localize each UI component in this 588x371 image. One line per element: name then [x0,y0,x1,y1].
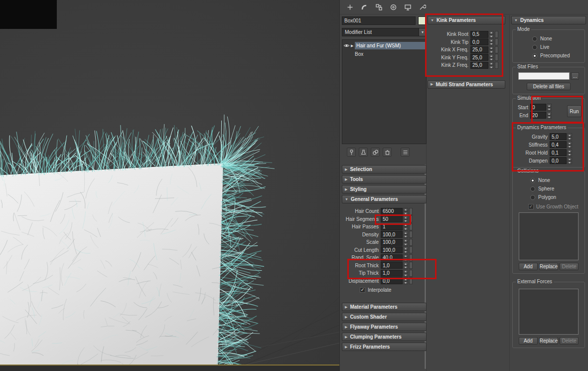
kink-y-freq-field[interactable]: 25,0 [470,54,488,61]
tip-thick-field[interactable]: 1,0 [381,270,403,277]
utilities-tab-icon[interactable] [417,2,428,12]
spinner[interactable] [489,38,494,45]
remove-modifier-button[interactable] [383,148,392,157]
spinner[interactable] [489,54,494,61]
motion-tab-icon[interactable] [388,2,399,12]
radio-selected-icon[interactable] [530,178,535,183]
rollout-flyaway-parameters[interactable]: ▶ Flyaway Parameters [342,323,427,331]
radio-icon[interactable] [532,45,537,50]
spinner[interactable] [403,277,408,284]
density-field[interactable]: 100,0 [381,231,403,238]
param-extra-button[interactable] [409,254,413,261]
spinner[interactable] [567,133,572,140]
root-hold-field[interactable]: 0,1 [550,149,567,156]
param-extra-button[interactable] [409,270,413,277]
collisions-replace-button[interactable]: Replace [539,263,559,270]
radio-selected-icon[interactable] [532,53,537,58]
rollout-tools[interactable]: ▶ Tools [342,175,427,184]
interpolate-checkbox[interactable]: ✓ [360,287,365,293]
param-extra-button[interactable] [409,231,413,238]
create-tab-icon[interactable] [344,2,355,12]
spinner[interactable] [489,62,494,69]
use-growth-object-checkbox[interactable]: ✓ [528,204,534,209]
visibility-eye-icon[interactable] [342,43,351,48]
collisions-radio-none[interactable]: None [515,176,582,185]
browse-button[interactable]: ... [571,72,579,80]
modifier-stack-item-box[interactable]: Box [342,50,426,58]
root-thick-field[interactable]: 1,0 [381,262,403,269]
object-color-swatch[interactable] [418,16,427,25]
rollout-material-parameters[interactable]: ▶ Material Parameters [342,303,427,311]
rollout-general-parameters[interactable]: ▼ General Parameters [342,195,427,203]
show-end-result-button[interactable] [359,148,368,157]
rollout-styling[interactable]: ▶ Styling [342,185,427,193]
gravity-field[interactable]: 5,0 [550,133,567,140]
rollout-kink-parameters[interactable]: ▼ Kink Parameters [428,16,505,24]
rollout-dynamics[interactable]: ▼ Dynamics [511,16,586,24]
param-extra-button[interactable] [409,262,413,269]
param-extra-button[interactable] [495,54,498,61]
modifier-list-dropdown[interactable]: Modifier List ▼ [342,28,427,36]
spinner[interactable] [547,112,552,119]
sim-end-field[interactable]: 20 [530,112,546,119]
spinner[interactable] [489,31,494,38]
hierarchy-tab-icon[interactable] [373,2,384,12]
pin-stack-button[interactable] [347,148,356,157]
radio-icon[interactable] [530,186,535,191]
param-extra-button[interactable] [409,246,413,253]
dampen-field[interactable]: 0,0 [550,157,567,164]
expand-arrow-icon[interactable]: ▶ [351,44,355,48]
spinner[interactable] [567,141,572,148]
spinner[interactable] [403,270,408,277]
object-name-field[interactable] [342,16,416,25]
rand-scale-field[interactable]: 40,0 [381,254,403,261]
hair-segments-field[interactable]: 50 [381,215,403,222]
param-extra-button[interactable] [495,46,498,53]
spinner[interactable] [403,239,408,246]
mode-radio-precomputed[interactable]: Precomputed [515,51,582,60]
spinner[interactable] [567,149,572,156]
spinner[interactable] [403,231,408,238]
rollout-multi-strand-parameters[interactable]: ▶ Multi Strand Parameters [428,80,505,89]
viewport-3d[interactable] [0,0,339,371]
collisions-list[interactable] [519,212,579,260]
stiffness-field[interactable]: 0,4 [550,141,567,148]
param-extra-button[interactable] [409,215,413,222]
param-extra-button[interactable] [495,62,498,69]
external-forces-add-button[interactable]: Add [519,337,538,345]
collisions-add-button[interactable]: Add [519,263,538,270]
external-forces-delete-button[interactable]: Delete [560,337,579,345]
param-extra-button[interactable] [409,208,413,215]
stat-file-field[interactable] [518,72,570,80]
rollout-frizz-parameters[interactable]: ▶ Frizz Parameters [342,343,427,351]
kink-x-freq-field[interactable]: 25,0 [470,46,488,53]
spinner[interactable] [403,246,408,253]
modify-tab-icon[interactable] [359,2,370,12]
run-button[interactable]: Run [567,105,582,117]
param-extra-button[interactable] [495,38,498,45]
spinner[interactable] [403,208,408,215]
rollout-clumping-parameters[interactable]: ▶ Clumping Parameters [342,333,427,341]
spinner[interactable] [403,215,408,222]
spinner[interactable] [403,223,408,230]
configure-modifier-sets-button[interactable] [401,148,410,157]
param-extra-button[interactable] [409,223,413,230]
rollout-custom-shader[interactable]: ▶ Custom Shader [342,313,427,321]
kink-z-freq-field[interactable]: 25,0 [470,62,488,69]
collisions-radio-sphere[interactable]: Sphere [515,185,582,193]
cut-length-field[interactable]: 100,0 [381,246,403,253]
hair-count-field[interactable]: 6500 [381,208,403,215]
spinner[interactable] [567,157,572,164]
mode-radio-none[interactable]: None [515,34,582,43]
mode-radio-live[interactable]: Live [515,43,582,51]
radio-icon[interactable] [530,195,535,200]
rollout-selection[interactable]: ▶ Selection [342,165,427,174]
spinner[interactable] [489,46,494,53]
spinner[interactable] [547,104,552,111]
kink-tip-field[interactable]: 0,0 [470,38,488,45]
collisions-radio-polygon[interactable]: Polygon [515,193,582,201]
kink-root-field[interactable]: 0,5 [470,31,488,38]
external-forces-list[interactable] [519,289,579,335]
param-extra-button[interactable] [409,277,413,284]
param-extra-button[interactable] [409,239,413,246]
